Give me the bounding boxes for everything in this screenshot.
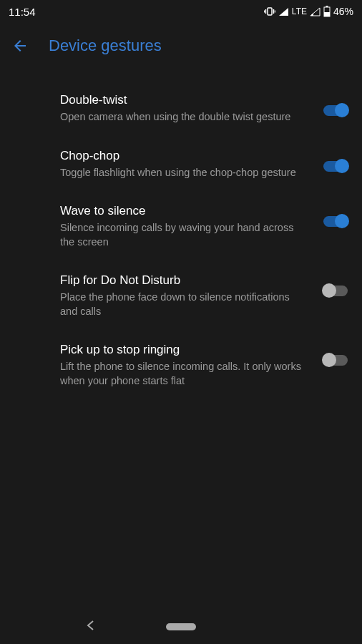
navigation-bar [0,610,362,644]
toggle-wave-to-silence[interactable] [322,214,349,228]
setting-title: Wave to silence [60,204,308,218]
signal-icon [278,7,289,16]
nav-home-pill[interactable] [166,623,196,630]
setting-desc: Open camera when using the double twist … [60,110,308,125]
toggle-chop-chop[interactable] [322,159,349,173]
page-title: Device gestures [49,36,162,55]
settings-list: Double-twist Open camera when using the … [0,69,362,401]
back-button[interactable] [11,37,29,54]
setting-title: Flip for Do Not Disturb [60,273,308,288]
status-time: 11:54 [9,6,36,18]
svg-rect-7 [324,12,330,16]
battery-icon [323,6,331,17]
setting-title: Pick up to stop ringing [60,343,308,357]
setting-desc: Silence incoming calls by waving your ha… [60,221,308,249]
setting-title: Chop-chop [60,149,308,163]
setting-wave-to-silence[interactable]: Wave to silence Silence incoming calls b… [0,192,362,262]
setting-text: Chop-chop Toggle flashlight when using t… [60,149,313,180]
setting-desc: Place the phone face down to silence not… [60,291,308,318]
setting-text: Flip for Do Not Disturb Place the phone … [60,273,313,318]
toggle-double-twist[interactable] [322,103,349,117]
app-header: Device gestures [0,23,362,69]
setting-desc: Toggle flashlight when using the chop-ch… [60,166,308,180]
setting-double-twist[interactable]: Double-twist Open camera when using the … [0,82,362,137]
setting-chop-chop[interactable]: Chop-chop Toggle flashlight when using t… [0,137,362,193]
setting-desc: Lift the phone to silence incoming calls… [60,360,308,388]
setting-text: Wave to silence Silence incoming calls b… [60,204,313,249]
signal-icon-2 [310,7,321,16]
toggle-pick-up-stop[interactable] [322,353,349,367]
svg-rect-0 [268,8,272,15]
vibrate-icon [264,6,275,16]
arrow-left-icon [11,37,29,54]
status-bar: 11:54 LTE [0,0,362,23]
network-label: LTE [292,6,307,16]
battery-label: 46% [333,6,353,17]
toggle-flip-dnd[interactable] [322,283,349,298]
nav-back-button[interactable] [86,620,94,634]
chevron-left-icon [86,620,94,631]
status-right: LTE 46% [264,6,353,17]
setting-title: Double-twist [60,93,308,107]
setting-flip-dnd[interactable]: Flip for Do Not Disturb Place the phone … [0,262,362,331]
setting-text: Pick up to stop ringing Lift the phone t… [60,343,313,388]
setting-text: Double-twist Open camera when using the … [60,93,313,125]
setting-pick-up-stop[interactable]: Pick up to stop ringing Lift the phone t… [0,331,362,401]
